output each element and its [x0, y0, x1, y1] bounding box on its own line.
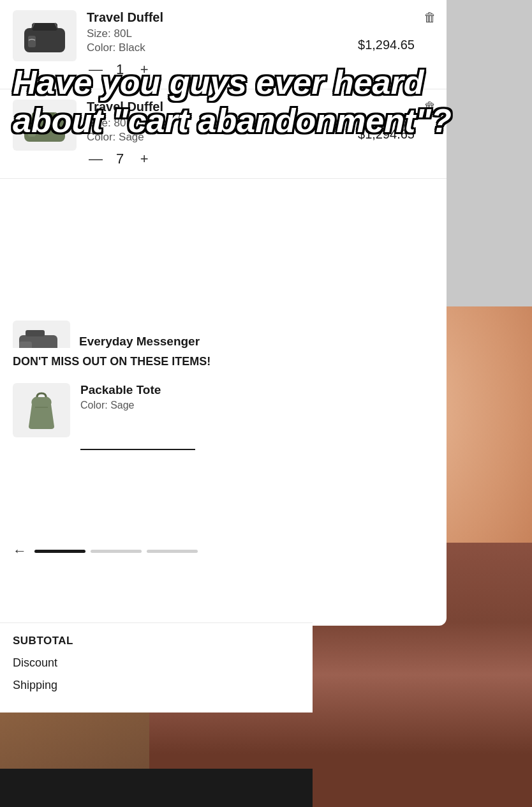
rec-item-1-image [13, 383, 70, 437]
svg-rect-11 [26, 330, 45, 336]
checkout-bar[interactable] [0, 769, 313, 807]
dont-miss-section: DON'T MISS OUT ON THESE ITEMS! Packable … [0, 348, 313, 450]
summary-section: SUBTOTAL Discount Shipping [0, 622, 313, 713]
summary-row-subtotal: SUBTOTAL [13, 635, 300, 647]
item-1-price: $1,294.65 [358, 37, 415, 52]
progress-bar [34, 550, 198, 553]
packable-tote-icon [19, 388, 64, 433]
progress-seg-2 [91, 550, 142, 553]
item-2-decrease-btn[interactable]: — [87, 150, 105, 168]
subtotal-label: SUBTOTAL [13, 635, 73, 647]
overlay-text-container: Have you guys ever heard about "cart aba… [13, 64, 459, 140]
carousel-prev-btn[interactable]: ← [13, 543, 27, 559]
recommended-item-1: Packable Tote Color: Sage [13, 377, 300, 444]
rec-item-1-name: Packable Tote [80, 383, 161, 397]
svg-rect-1 [32, 23, 57, 31]
carousel-nav: ← [0, 536, 313, 568]
item-1-delete-btn[interactable]: 🗑 [424, 10, 436, 25]
shipping-label: Shipping [13, 679, 57, 692]
item-2-increase-btn[interactable]: + [135, 150, 153, 168]
progress-seg-3 [147, 550, 198, 553]
discount-label: Discount [13, 656, 57, 670]
item-1-name: Travel Duffel [87, 10, 434, 25]
item-1-image [13, 10, 77, 61]
item-3-name: Everyday Messenger [79, 335, 200, 349]
dont-miss-heading: DON'T MISS OUT ON THESE ITEMS! [13, 354, 300, 369]
progress-seg-1 [34, 550, 85, 553]
rec-item-divider [80, 449, 195, 450]
summary-row-shipping: Shipping [13, 679, 300, 692]
item-2-controls: — 7 + [87, 150, 434, 168]
svg-rect-4 [28, 36, 36, 47]
rec-item-1-details: Packable Tote Color: Sage [80, 383, 161, 411]
rec-item-1-color: Color: Sage [80, 400, 161, 411]
item-2-qty: 7 [116, 151, 124, 167]
overlay-heading: Have you guys ever heard about "cart aba… [13, 64, 459, 140]
duffel-bag-black-icon [19, 15, 70, 57]
summary-row-discount: Discount [13, 656, 300, 670]
gray-sidebar [447, 0, 532, 306]
